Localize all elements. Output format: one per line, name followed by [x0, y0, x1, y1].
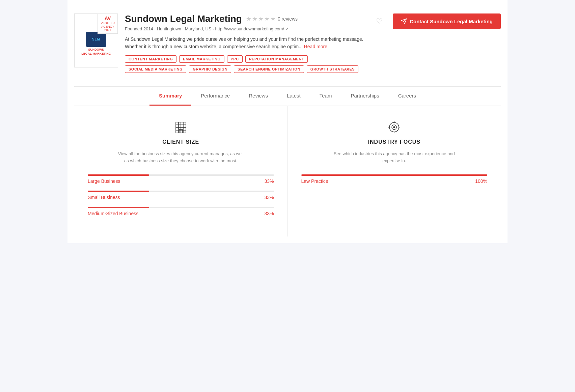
tab-latest[interactable]: Latest	[277, 87, 310, 106]
target-icon	[301, 119, 488, 135]
industry-focus-description: See which industries this agency has the…	[330, 150, 458, 165]
progress-bar-fill-law	[301, 174, 488, 176]
tag-ppc[interactable]: PPC	[227, 55, 243, 63]
progress-value-medium: 33%	[264, 211, 274, 216]
tag-social-media[interactable]: SOCIAL MEDIA MARKETING	[125, 65, 186, 73]
progress-item-medium: Medium-Sized Business 33%	[88, 207, 274, 216]
tag-graphic-design[interactable]: GRAPHIC DESIGN	[189, 65, 231, 73]
tag-seo[interactable]: SEARCH ENGINE OPTIMIZATION	[234, 65, 304, 73]
svg-point-12	[393, 127, 395, 128]
progress-bar-fill-medium	[88, 207, 149, 208]
tag-growth-strategies[interactable]: GROWTH STRATEGIES	[307, 65, 358, 73]
progress-bar-bg-small	[88, 191, 274, 192]
header-section: AV VERIFIEDAGENCY2021 SLM SUNDOWNLEGAL M…	[74, 7, 501, 83]
progress-bar-fill-small	[88, 191, 149, 192]
progress-label-medium: Medium-Sized Business	[88, 211, 138, 216]
meta-info: Founded 2014 · Huntingtown , Maryland, U…	[125, 26, 369, 31]
tabs-section: Summary Performance Reviews Latest Team …	[74, 86, 501, 106]
tab-partnerships[interactable]: Partnerships	[341, 87, 388, 106]
external-link-icon: ↗	[285, 27, 289, 31]
client-size-description: View all the business sizes this agency …	[117, 150, 245, 165]
tag-content-marketing[interactable]: CONTENT MARKETING	[125, 55, 176, 63]
agency-title: Sundown Legal Marketing	[125, 13, 242, 24]
tag-reputation-management[interactable]: REPUTATION MANAGEMENT	[245, 55, 308, 63]
client-size-title: CLIENT SIZE	[88, 139, 274, 145]
verified-badge: AV VERIFIEDAGENCY2021	[98, 14, 118, 34]
tab-performance[interactable]: Performance	[191, 87, 239, 106]
reviews-count: 0 reviews	[278, 16, 298, 22]
agency-title-row: Sundown Legal Marketing ★ ★ ★ ★ ★ 0 revi…	[125, 13, 369, 24]
contact-button[interactable]: Contact Sundown Legal Marketing	[393, 13, 501, 29]
progress-label-large: Large Business	[88, 178, 120, 184]
tab-reviews[interactable]: Reviews	[239, 87, 277, 106]
verified-icon: AV	[101, 16, 115, 21]
progress-item-small: Small Business 33%	[88, 191, 274, 200]
progress-bar-fill-large	[88, 174, 149, 176]
industry-focus-panel: INDUSTRY FOCUS See which industries this…	[288, 106, 501, 237]
progress-bar-bg-large	[88, 174, 274, 176]
client-size-panel: CLIENT SIZE View all the business sizes …	[74, 106, 288, 237]
client-size-progress-items: Large Business 33% Small Business 33%	[88, 174, 274, 216]
building-icon	[88, 119, 274, 135]
progress-item-large: Large Business 33%	[88, 174, 274, 184]
progress-label-law: Law Practice	[301, 178, 328, 184]
tab-team[interactable]: Team	[310, 87, 341, 106]
tags-row: CONTENT MARKETING EMAIL MARKETING PPC RE…	[125, 55, 369, 73]
progress-bar-bg-law	[301, 174, 488, 176]
read-more-link[interactable]: Read more	[304, 44, 327, 49]
progress-value-small: 33%	[264, 195, 274, 200]
industry-focus-header: INDUSTRY FOCUS See which industries this…	[301, 119, 488, 165]
send-icon	[401, 18, 407, 24]
tab-summary[interactable]: Summary	[149, 87, 191, 106]
progress-label-row-law: Law Practice 100%	[301, 178, 488, 184]
progress-item-law: Law Practice 100%	[301, 174, 488, 184]
industry-focus-progress-items: Law Practice 100%	[301, 174, 488, 184]
agency-description: At Sundown Legal Marketing we pride ours…	[125, 35, 369, 51]
agency-logo: SLM SUNDOWNLEGAL MARKETING	[81, 32, 111, 56]
favorite-button[interactable]: ♡	[376, 17, 383, 26]
progress-bar-bg-medium	[88, 207, 274, 208]
content-section: CLIENT SIZE View all the business sizes …	[74, 106, 501, 237]
header-actions: ♡ Contact Sundown Legal Marketing	[376, 13, 501, 73]
industry-focus-title: INDUSTRY FOCUS	[301, 139, 488, 145]
logo-text: SUNDOWNLEGAL MARKETING	[81, 48, 111, 56]
progress-label-small: Small Business	[88, 195, 120, 200]
logo-abbr: SLM	[86, 32, 106, 47]
stars: ★ ★ ★ ★ ★	[246, 15, 276, 23]
header-info: Sundown Legal Marketing ★ ★ ★ ★ ★ 0 revi…	[125, 13, 369, 73]
progress-label-row-large: Large Business 33%	[88, 178, 274, 184]
verified-label: VERIFIEDAGENCY2021	[101, 21, 115, 32]
progress-label-row-small: Small Business 33%	[88, 195, 274, 200]
stars-row: ★ ★ ★ ★ ★ 0 reviews	[246, 15, 298, 23]
progress-value-law: 100%	[475, 178, 487, 184]
progress-value-large: 33%	[264, 178, 274, 184]
tag-email-marketing[interactable]: EMAIL MARKETING	[179, 55, 224, 63]
client-size-header: CLIENT SIZE View all the business sizes …	[88, 119, 274, 165]
tab-careers[interactable]: Careers	[389, 87, 426, 106]
meta-text: Founded 2014 · Huntingtown , Maryland, U…	[125, 26, 284, 31]
logo-container: AV VERIFIEDAGENCY2021 SLM SUNDOWNLEGAL M…	[74, 13, 118, 67]
progress-label-row-medium: Medium-Sized Business 33%	[88, 211, 274, 216]
